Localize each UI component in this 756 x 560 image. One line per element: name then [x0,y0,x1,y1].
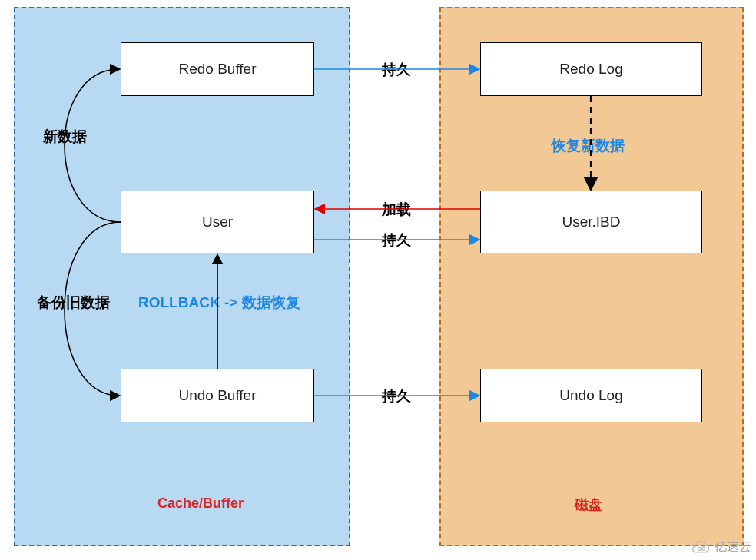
edge-label-recover-new: 恢复新数据 [552,136,625,156]
region-label-cache: Cache/Buffer [158,495,244,512]
node-label: Redo Buffer [178,61,256,78]
node-undo-log: Undo Log [480,369,702,422]
svg-point-0 [698,547,701,550]
watermark-text: 亿速云 [715,539,751,555]
region-label-disk: 磁盘 [575,495,602,514]
edge-label-load: 加载 [382,200,411,220]
edge-label-persist-1: 持久 [382,60,411,80]
node-undo-buffer: Undo Buffer [121,369,314,422]
edge-label-rollback: ROLLBACK -> 数据恢复 [138,293,300,313]
node-user: User [121,191,314,253]
edge-label-persist-2: 持久 [382,230,411,250]
node-label: Undo Buffer [178,387,256,404]
node-redo-log: Redo Log [480,42,702,96]
edge-label-backup-old: 备份旧数据 [37,293,110,313]
node-user-ibd: User.IBD [480,191,702,253]
cloud-icon [691,540,711,555]
edge-label-new-data: 新数据 [43,127,87,147]
edge-label-persist-3: 持久 [382,386,411,406]
node-redo-buffer: Redo Buffer [121,42,314,96]
node-label: User [202,214,233,230]
node-label: Redo Log [559,61,622,78]
node-label: Undo Log [559,387,622,404]
node-label: User.IBD [562,214,620,230]
svg-point-1 [702,547,705,550]
watermark: 亿速云 [691,539,751,555]
